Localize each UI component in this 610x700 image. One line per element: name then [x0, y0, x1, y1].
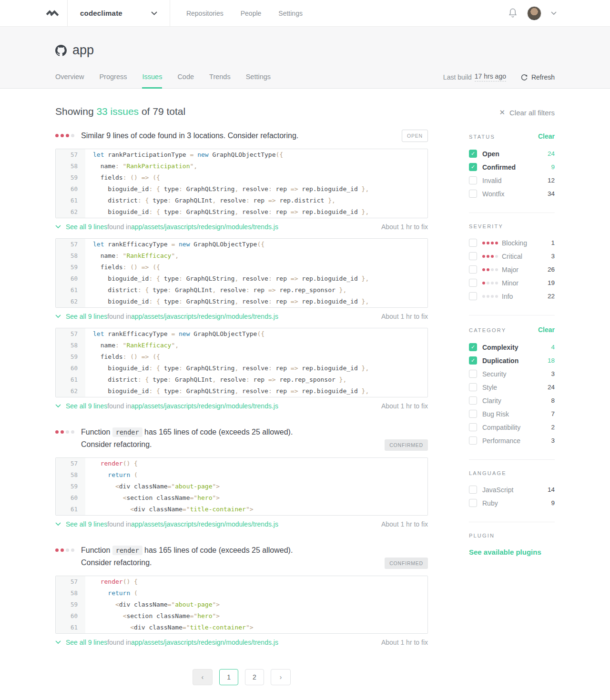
github-icon	[55, 45, 67, 56]
clear-all-filters-button[interactable]: ✕ Clear all filters	[499, 108, 555, 117]
see-all-lines-link[interactable]: See all 9 lines	[66, 639, 107, 646]
filter-javascript[interactable]: JavaScript14	[469, 486, 555, 494]
filter-confirmed[interactable]: ✓Confirmed9	[469, 163, 555, 171]
checkbox-blocking[interactable]	[469, 239, 477, 247]
org-switcher[interactable]: codeclimate	[67, 0, 170, 26]
checkbox-minor[interactable]	[469, 279, 477, 287]
checkbox-bug-risk[interactable]	[469, 410, 477, 418]
line-number: 61	[56, 195, 85, 206]
see-all-lines-link[interactable]: See all 9 lines	[66, 520, 107, 528]
tab-overview[interactable]: Overview	[55, 68, 84, 89]
filter-section-status: STATUSClear✓Open24✓Confirmed9Invalid12Wo…	[469, 130, 555, 213]
filter-style[interactable]: Style24	[469, 383, 555, 391]
checkbox-style[interactable]	[469, 383, 477, 391]
filter-label: Major	[502, 266, 518, 274]
chevron-down-icon[interactable]	[55, 640, 61, 644]
avatar[interactable]	[527, 6, 541, 20]
checkbox-open[interactable]: ✓	[469, 150, 477, 158]
checkbox-ruby[interactable]	[469, 499, 477, 507]
code-snippet: 57let rankEfficacyType = new GraphQLObje…	[55, 328, 428, 397]
checkbox-duplication[interactable]: ✓	[469, 356, 477, 365]
last-build-value[interactable]: 17 hrs ago	[475, 72, 506, 81]
chevron-down-icon[interactable]	[551, 11, 557, 15]
filter-critical[interactable]: Critical3	[469, 252, 555, 260]
pagination-page-1[interactable]: 1	[219, 669, 238, 685]
issue-card: Function render has 165 lines of code (e…	[55, 426, 428, 528]
see-available-plugins-link[interactable]: See available plugins	[469, 548, 541, 556]
severity-dot	[66, 430, 69, 434]
pagination-page-2[interactable]: 2	[245, 669, 264, 685]
tab-trends[interactable]: Trends	[209, 68, 231, 89]
checkbox-security[interactable]	[469, 370, 477, 378]
filter-invalid[interactable]: Invalid12	[469, 176, 555, 184]
filter-bug-risk[interactable]: Bug Risk7	[469, 410, 555, 418]
checkbox-info[interactable]	[469, 292, 477, 300]
line-number: 57	[56, 239, 85, 250]
checkbox-complexity[interactable]: ✓	[469, 343, 477, 351]
checkbox-compatibility[interactable]	[469, 423, 477, 431]
pagination-next-button[interactable]: ›	[271, 669, 291, 685]
tab-progress[interactable]: Progress	[99, 68, 127, 89]
chevron-down-icon[interactable]	[55, 404, 61, 408]
tab-code[interactable]: Code	[177, 68, 194, 89]
filter-label: Info	[502, 293, 513, 300]
code-snippet: 57let rankParticipationType = new GraphQ…	[55, 149, 428, 218]
bell-icon[interactable]	[508, 8, 518, 19]
filter-minor[interactable]: Minor19	[469, 279, 555, 287]
tab-settings[interactable]: Settings	[246, 68, 271, 89]
see-all-lines-link[interactable]: See all 9 lines	[66, 223, 107, 231]
codeclimate-logo[interactable]	[45, 0, 67, 26]
issues-summary: Showing 33 issues of 79 total	[55, 106, 185, 117]
filter-duplication[interactable]: ✓Duplication18	[469, 356, 555, 365]
file-path-link[interactable]: app/assets/javascripts/redesign/modules/…	[131, 313, 278, 320]
filter-open[interactable]: ✓Open24	[469, 150, 555, 158]
checkbox-javascript[interactable]	[469, 486, 477, 494]
filter-ruby[interactable]: Ruby9	[469, 499, 555, 507]
severity-dot	[491, 268, 494, 271]
filter-blocking[interactable]: Blocking1	[469, 239, 555, 247]
see-all-lines-link[interactable]: See all 9 lines	[66, 402, 107, 410]
severity-dot	[487, 268, 489, 271]
filter-security[interactable]: Security3	[469, 370, 555, 378]
filter-major[interactable]: Major26	[469, 265, 555, 274]
chevron-down-icon[interactable]	[55, 522, 61, 526]
file-path-link[interactable]: app/assets/javascripts/redesign/modules/…	[131, 520, 278, 528]
severity-dots	[55, 430, 74, 434]
checkbox-wontfix[interactable]	[469, 190, 477, 198]
checkbox-confirmed[interactable]: ✓	[469, 163, 477, 171]
file-path-link[interactable]: app/assets/javascripts/redesign/modules/…	[131, 223, 278, 231]
checkbox-invalid[interactable]	[469, 176, 477, 184]
severity-dot	[55, 134, 59, 137]
see-all-lines-link[interactable]: See all 9 lines	[66, 313, 107, 320]
checkbox-major[interactable]	[469, 265, 477, 274]
checkbox-clarity[interactable]	[469, 396, 477, 405]
checkbox-critical[interactable]	[469, 252, 477, 260]
filter-complexity[interactable]: ✓Complexity4	[469, 343, 555, 351]
filter-performance[interactable]: Performance3	[469, 436, 555, 445]
code-text: name: "RankEfficacy",	[85, 250, 179, 262]
snippet-footer: See all 9 lines found in app/assets/java…	[55, 402, 428, 410]
checkbox-performance[interactable]	[469, 436, 477, 445]
chevron-down-icon[interactable]	[55, 225, 61, 229]
file-path-link[interactable]: app/assets/javascripts/redesign/modules/…	[131, 402, 278, 410]
line-number: 60	[56, 610, 85, 622]
nav-link-people[interactable]: People	[241, 10, 262, 17]
filter-info[interactable]: Info22	[469, 292, 555, 300]
filter-compatibility[interactable]: Compatibility2	[469, 423, 555, 431]
filter-section-plugin: PLUGINSee available plugins	[469, 522, 555, 566]
severity-dot	[491, 295, 494, 298]
severity-dots	[55, 134, 74, 137]
chevron-down-icon[interactable]	[55, 314, 61, 318]
nav-link-settings[interactable]: Settings	[278, 10, 303, 17]
clear-status-button[interactable]: Clear	[538, 132, 555, 140]
nav-link-repositories[interactable]: Repositories	[186, 10, 224, 17]
tab-issues[interactable]: Issues	[142, 68, 162, 89]
filter-clarity[interactable]: Clarity8	[469, 396, 555, 405]
filter-wontfix[interactable]: Wontfix34	[469, 190, 555, 198]
line-number: 60	[56, 363, 85, 374]
issue-title: Function render has 165 lines of code (e…	[81, 426, 293, 451]
severity-dots	[482, 242, 498, 244]
file-path-link[interactable]: app/assets/javascripts/redesign/modules/…	[131, 639, 278, 646]
clear-category-button[interactable]: Clear	[538, 326, 555, 334]
refresh-button[interactable]: Refresh	[520, 73, 555, 81]
